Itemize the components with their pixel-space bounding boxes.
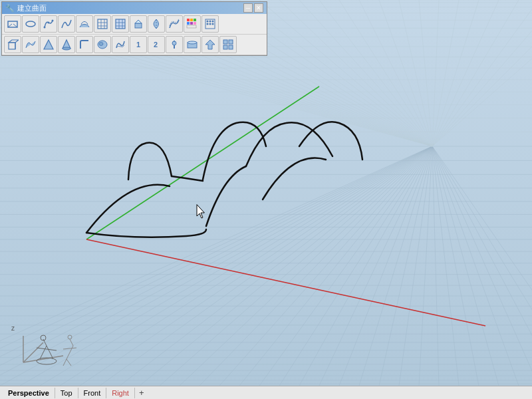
toolbar-panel: 🔧 建立曲面 ─ ✕	[1, 1, 267, 56]
svg-point-22	[52, 20, 54, 22]
svg-rect-23	[98, 19, 107, 29]
axis-icon: z	[10, 323, 76, 369]
viewport-3d[interactable]: z	[0, 0, 532, 386]
tool-loft[interactable]	[76, 15, 93, 33]
toolbar-row-1	[2, 14, 267, 35]
svg-rect-40	[190, 22, 193, 25]
tool-grid2[interactable]	[219, 36, 237, 53]
svg-rect-65	[223, 40, 227, 44]
svg-rect-39	[187, 22, 190, 25]
svg-point-20	[44, 27, 46, 29]
tool-cone[interactable]	[58, 36, 75, 53]
tool-1[interactable]: 1	[130, 36, 147, 53]
tool-grid-surface[interactable]	[94, 15, 111, 33]
tool-circle-surface[interactable]	[22, 15, 39, 33]
tool-revolve[interactable]	[148, 15, 165, 33]
svg-line-11	[70, 339, 73, 346]
tool-triangle[interactable]	[40, 36, 57, 53]
svg-line-6	[47, 346, 53, 359]
tool-pin[interactable]	[166, 36, 183, 53]
tool-plane[interactable]	[4, 15, 21, 33]
svg-marker-64	[205, 40, 215, 49]
tool-arrow[interactable]	[201, 36, 219, 53]
svg-point-47	[207, 23, 209, 25]
svg-marker-51	[9, 40, 19, 43]
tool-box-surface[interactable]	[4, 36, 21, 53]
tool-2[interactable]: 2	[148, 36, 165, 53]
svg-rect-28	[116, 19, 125, 29]
tab-perspective[interactable]: Perspective	[3, 388, 55, 398]
toolbar-row-2: 1 2	[2, 35, 267, 55]
tool-grid-surface2[interactable]	[112, 15, 129, 33]
statusbar: Perspective Top Front Right +	[0, 386, 532, 399]
tab-top[interactable]: Top	[55, 388, 78, 398]
svg-line-9	[37, 348, 57, 350]
svg-point-21	[48, 22, 50, 24]
svg-line-5	[40, 346, 47, 359]
svg-point-55	[63, 47, 70, 50]
tool-fillet[interactable]	[76, 36, 93, 53]
tool-curve[interactable]	[58, 15, 75, 33]
toolbar-title[interactable]: 🔧 建立曲面 ─ ✕	[2, 2, 267, 14]
svg-rect-42	[187, 25, 196, 28]
svg-point-61	[172, 41, 176, 45]
svg-line-13	[63, 348, 76, 349]
svg-point-57	[99, 43, 103, 46]
tool-curve2[interactable]	[22, 36, 39, 53]
svg-line-10	[66, 346, 73, 359]
svg-rect-37	[190, 19, 193, 21]
tool-dots[interactable]	[201, 15, 219, 33]
svg-point-12	[68, 335, 72, 339]
toolbar-minimize-btn[interactable]: ─	[243, 3, 253, 13]
svg-text:z: z	[11, 325, 15, 332]
tool-freeform[interactable]	[40, 15, 57, 33]
toolbar-close-btn[interactable]: ✕	[254, 3, 263, 13]
svg-point-48	[209, 23, 211, 25]
svg-rect-36	[187, 19, 190, 21]
tab-front[interactable]: Front	[78, 388, 107, 398]
svg-point-45	[209, 21, 211, 23]
svg-rect-41	[194, 22, 196, 25]
svg-rect-67	[223, 45, 227, 49]
add-view-btn[interactable]: +	[135, 386, 148, 399]
toolbar-icon: 🔧	[5, 4, 15, 13]
tool-rail[interactable]	[166, 15, 183, 33]
svg-rect-68	[229, 45, 233, 49]
svg-point-19	[26, 21, 35, 27]
svg-rect-50	[9, 43, 15, 49]
svg-line-14	[63, 359, 66, 366]
svg-marker-53	[44, 40, 53, 49]
tool-curve3[interactable]	[112, 36, 129, 53]
svg-point-44	[207, 21, 209, 23]
svg-point-46	[212, 21, 214, 23]
tool-slab[interactable]	[184, 36, 201, 53]
tab-right[interactable]: Right	[106, 388, 135, 398]
tool-extrude[interactable]	[130, 15, 147, 33]
grid-canvas	[0, 0, 532, 386]
svg-text:1: 1	[136, 41, 140, 49]
svg-text:2: 2	[154, 41, 158, 49]
svg-rect-38	[194, 19, 196, 21]
svg-marker-34	[135, 20, 142, 23]
svg-point-49	[212, 23, 214, 25]
svg-rect-66	[229, 40, 233, 44]
toolbar-title-text: 建立曲面	[17, 3, 47, 13]
tool-blob[interactable]	[94, 36, 111, 53]
svg-point-63	[188, 41, 197, 44]
svg-rect-33	[135, 23, 142, 28]
svg-line-15	[66, 359, 71, 366]
tool-color[interactable]	[184, 15, 201, 33]
